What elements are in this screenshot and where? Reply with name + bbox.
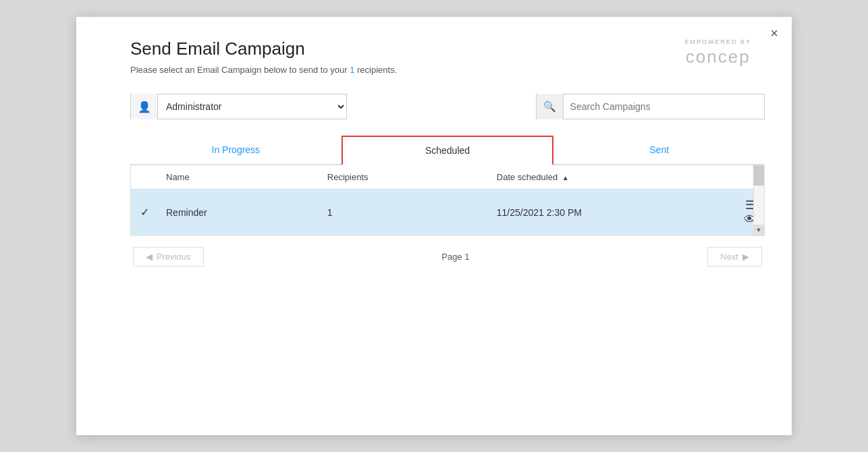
col-recipients: Recipients <box>287 165 489 190</box>
prev-arrow-icon: ◀ <box>146 252 153 262</box>
tab-scheduled[interactable]: Scheduled <box>342 136 554 165</box>
search-wrap: 🔍 <box>536 94 765 119</box>
search-icon: 🔍 <box>537 94 564 119</box>
previous-label: Previous <box>157 252 191 262</box>
page-info: Page 1 <box>441 252 469 262</box>
row-check: ✓ <box>131 190 158 235</box>
campaigns-table: Name Recipients Date scheduled ▲ ✓ <box>131 165 764 235</box>
row-date-scheduled: 11/25/2021 2:30 PM <box>489 190 717 235</box>
logo-area: EMPOWERED BY concep <box>684 38 751 67</box>
user-select-wrap: 👤 Administrator <box>130 94 347 119</box>
sort-asc-icon: ▲ <box>562 174 569 181</box>
footer-nav: ◀ Previous Page 1 Next ▶ <box>130 247 765 266</box>
subtitle-suffix: recipients. <box>354 65 397 75</box>
tab-in-progress[interactable]: In Progress <box>130 136 342 164</box>
brand-logo: concep <box>684 47 751 67</box>
table-row[interactable]: ✓ Reminder 1 11/25/2021 2:30 PM ☰ 👁 <box>131 190 764 235</box>
search-input[interactable] <box>564 94 764 119</box>
modal-subtitle: Please select an Email Campaign below to… <box>130 65 765 75</box>
scrollbar-track: ▲ ▼ <box>753 165 764 235</box>
table-header-row: Name Recipients Date scheduled ▲ <box>131 165 764 190</box>
col-check <box>131 165 158 190</box>
table-scroll[interactable]: Name Recipients Date scheduled ▲ ✓ <box>131 165 764 235</box>
col-date-scheduled[interactable]: Date scheduled ▲ <box>489 165 717 190</box>
tab-sent[interactable]: Sent <box>553 136 765 164</box>
next-label: Next <box>720 252 738 262</box>
modal-backdrop: × EMPOWERED BY concep Send Email Campaig… <box>0 0 868 452</box>
scroll-down-arrow[interactable]: ▼ <box>753 225 764 235</box>
top-controls: 👤 Administrator 🔍 <box>130 94 765 119</box>
tabs-row: In Progress Scheduled Sent <box>130 136 765 165</box>
modal: × EMPOWERED BY concep Send Email Campaig… <box>76 17 792 435</box>
user-icon: 👤 <box>131 94 158 119</box>
empowered-by-label: EMPOWERED BY <box>684 38 751 45</box>
next-button[interactable]: Next ▶ <box>707 247 762 266</box>
next-arrow-icon: ▶ <box>742 252 749 262</box>
user-dropdown[interactable]: Administrator <box>158 94 346 119</box>
modal-title: Send Email Campaign <box>130 38 765 59</box>
subtitle-prefix: Please select an Email Campaign below to… <box>130 65 350 75</box>
row-recipients: 1 <box>287 190 489 235</box>
col-name: Name <box>158 165 287 190</box>
table-wrap: Name Recipients Date scheduled ▲ ✓ <box>130 165 765 236</box>
close-button[interactable]: × <box>770 26 778 40</box>
row-name: Reminder <box>158 190 287 235</box>
previous-button[interactable]: ◀ Previous <box>133 247 204 266</box>
scrollbar-thumb[interactable] <box>753 165 764 186</box>
